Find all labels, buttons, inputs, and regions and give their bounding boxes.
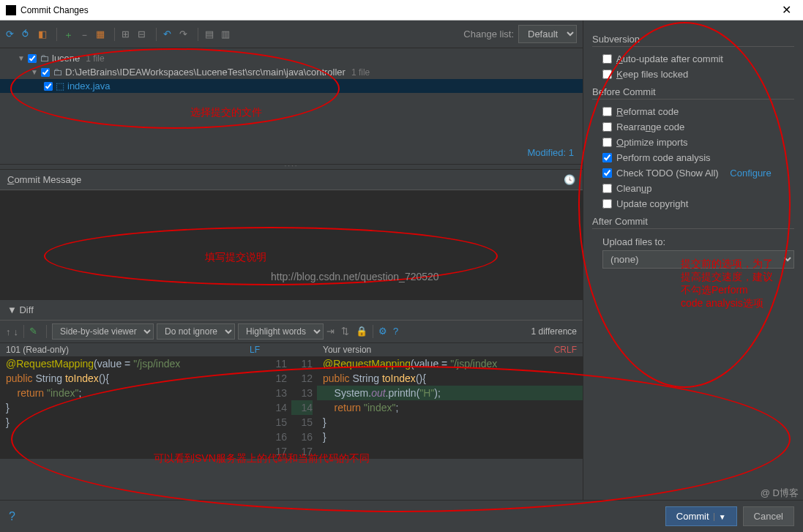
highlight-select[interactable]: Highlight words [238,323,324,340]
diff-header: ▼ Diff [0,300,583,321]
options-panel: Subversion Auto-update after commit Keep… [583,20,803,532]
footer: ? Commit▼ Cancel [0,500,803,532]
configure-link[interactable]: Configure [730,168,771,179]
viewer-select[interactable]: Side-by-side viewer [52,323,154,340]
group-icon[interactable]: ▤ [205,29,217,40]
expand-icon[interactable]: ⊞ [122,29,133,40]
right-file-label: Your version [323,345,371,355]
file-tree: ▼ 🗀 lucene 1 file ▼ 🗀 D:\JetBrains\IDEAW… [0,48,583,164]
diff-toolbar: ↑ ↓ ✎ Side-by-side viewer Do not ignore … [0,321,583,343]
reformat-checkbox[interactable] [602,107,612,116]
tree-checkbox[interactable] [28,54,37,63]
sync-icon[interactable]: ⥀ [22,29,34,40]
copyright-checkbox[interactable] [602,199,612,209]
remove-icon[interactable]: － [80,29,91,40]
tree-label: index.java [67,80,111,91]
undo-icon[interactable]: ↶ [163,29,175,40]
commit-message-header: CCommit Messageommit Message 🕓 [0,170,583,190]
tree-file[interactable]: ⬚ index.java [0,79,583,93]
toolbar: ⟳ ⥀ ◧ ＋ － ▦ ⊞ ⊟ ↶ ↷ ▤ ▥ Change list: Def… [0,20,583,48]
diff-viewer[interactable]: @RequestMapping(value = "/jsp/index publ… [0,356,583,459]
chevron-down-icon[interactable]: ▼ [31,68,38,76]
rearrange-checkbox[interactable] [602,122,612,132]
diff-count: 1 difference [531,326,578,337]
line-ending-right: CRLF [554,345,577,355]
upload-select[interactable]: (none) [602,250,794,269]
help-icon[interactable]: ? [393,326,405,337]
after-commit-section: After Commit [592,211,794,229]
app-icon [6,5,16,15]
filter-icon[interactable]: ▥ [221,29,233,40]
changelist-label: Change list: [463,29,514,40]
subversion-section: Subversion [592,29,794,47]
gear-icon[interactable]: ⚙ [378,326,390,337]
ignore-select[interactable]: Do not ignore [157,323,235,340]
cancel-button[interactable]: Cancel [743,506,794,526]
move-icon[interactable]: ▦ [96,29,108,40]
diff-left-pane[interactable]: @RequestMapping(value = "/jsp/index publ… [0,356,266,459]
rollback-icon[interactable]: ◧ [38,29,50,40]
diff-gutter: 11121314151617 11121314151617 [266,356,317,459]
optimize-checkbox[interactable] [602,138,612,147]
help-icon[interactable]: ? [9,510,15,523]
resize-handle[interactable]: ···· [0,164,583,170]
edit-icon[interactable]: ✎ [29,326,41,337]
analysis-checkbox[interactable] [602,153,612,162]
modified-count: Modified: 1 [0,144,583,161]
sync-scroll-icon[interactable]: ⇅ [341,326,353,337]
tree-label: lucene [52,53,80,64]
close-icon[interactable]: ✕ [776,3,797,17]
tree-root[interactable]: ▼ 🗀 lucene 1 file [0,51,583,65]
tree-checkbox[interactable] [41,68,50,77]
tree-checkbox[interactable] [44,82,53,91]
lock-icon[interactable]: 🔒 [356,326,367,337]
history-icon[interactable]: 🕓 [564,174,575,185]
chevron-down-icon[interactable]: ▼ [18,54,25,62]
next-diff-icon[interactable]: ↓ [14,326,19,337]
java-file-icon: ⬚ [56,80,64,91]
add-icon[interactable]: ＋ [64,29,75,40]
collapse-diff-icon[interactable]: ⇥ [326,326,338,337]
commit-message-input[interactable] [0,190,583,300]
line-ending-left: LF [250,345,260,355]
tree-folder[interactable]: ▼ 🗀 D:\JetBrains\IDEAWorkspaces\LuceneTe… [0,65,583,79]
todo-checkbox[interactable] [602,168,612,178]
before-commit-section: Before Commit [592,82,794,100]
keep-locked-checkbox[interactable] [602,70,612,79]
upload-label: Upload files to: [602,236,665,247]
changelist-select[interactable]: Default [518,25,577,43]
cleanup-checkbox[interactable] [602,184,612,193]
collapse-icon[interactable]: ⊟ [138,29,149,40]
diff-right-pane[interactable]: @RequestMapping(value = "/jsp/index publ… [317,356,583,459]
auto-update-checkbox[interactable] [602,54,612,64]
refresh-icon[interactable]: ⟳ [6,29,18,40]
window-title: Commit Changes [20,5,776,15]
redo-icon[interactable]: ↷ [179,29,191,40]
commit-button[interactable]: Commit▼ [665,506,737,526]
tree-meta: 1 file [86,53,104,64]
tree-meta: 1 file [351,67,370,78]
folder-icon: 🗀 [40,53,49,64]
folder-icon: 🗀 [53,67,62,78]
left-file-label: 101 (Read-only) [6,345,69,355]
tree-label: D:\JetBrains\IDEAWorkspaces\LuceneTest\s… [65,67,346,78]
prev-diff-icon[interactable]: ↑ [6,326,11,337]
